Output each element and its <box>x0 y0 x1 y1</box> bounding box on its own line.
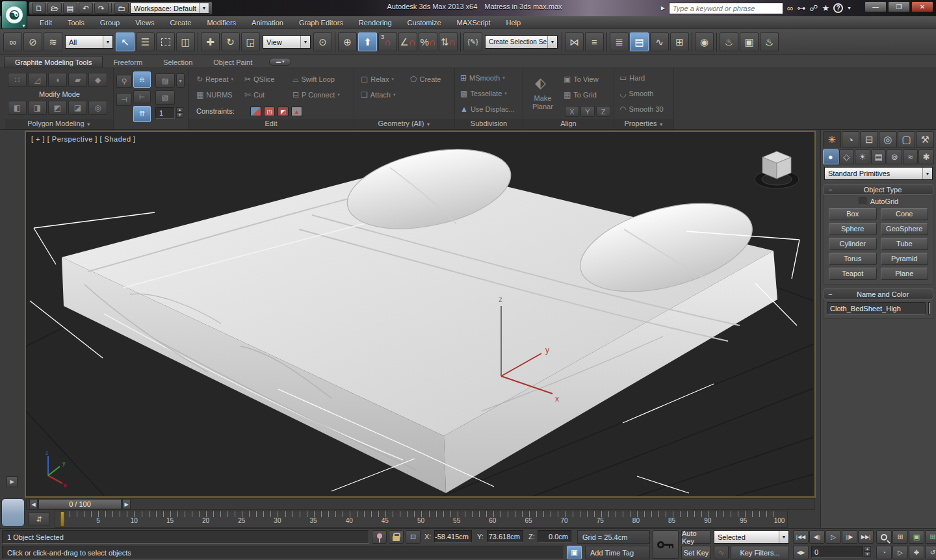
object-name-field[interactable] <box>827 302 926 314</box>
smooth-edges-button[interactable]: ◡Smooth <box>619 89 653 98</box>
viewport-canvas[interactable]: z y x <box>26 132 814 496</box>
polygon-subobject-icon[interactable]: ▰ <box>68 73 87 87</box>
frame-spinner[interactable]: ▲▼ <box>864 546 871 557</box>
pyramid-button[interactable]: Pyramid <box>881 253 929 265</box>
torus-button[interactable]: Torus <box>829 253 877 265</box>
previous-frame-button[interactable]: ◀|| <box>809 530 825 544</box>
constraint-edge-icon[interactable]: ◳ <box>264 107 275 116</box>
category-cameras-icon[interactable]: ▤ <box>871 149 887 164</box>
edit-footer[interactable]: Edit <box>188 119 354 129</box>
nurms-button[interactable]: ▦NURMS <box>196 90 233 99</box>
use-displacement-button[interactable]: ▲Use Displac... <box>460 105 515 114</box>
render-setup-button[interactable]: ♨ <box>720 32 738 51</box>
key-mode-dropdown[interactable]: Selected ▼ <box>714 530 789 544</box>
geometry-all-footer[interactable]: Geometry (All) ▼ <box>354 119 454 129</box>
spinner-down-icon[interactable]: ▼ <box>864 552 871 557</box>
menu-views[interactable]: Views <box>128 18 161 28</box>
category-space-warps-icon[interactable]: ≈ <box>903 149 918 164</box>
menu-group[interactable]: Group <box>93 18 127 28</box>
tab-create-icon[interactable]: ✳ <box>823 131 841 148</box>
spinner-down-icon[interactable]: ▼ <box>176 112 183 118</box>
iterations-spinner[interactable]: ▲▼ <box>176 107 183 118</box>
select-and-move-button[interactable]: ✚ <box>201 32 220 51</box>
tab-hierarchy-icon[interactable]: ⊟ <box>860 131 878 148</box>
constraint-normal-icon[interactable]: ▲ <box>291 107 302 116</box>
undo-button[interactable]: ↶ <box>79 3 93 14</box>
layer-manager-button[interactable]: ≣ <box>610 32 629 51</box>
default-in-out-tangents-icon[interactable]: ∿ <box>714 546 729 559</box>
zoom-extents-icon[interactable]: ▣ <box>909 530 924 544</box>
zoom-icon[interactable] <box>876 530 892 544</box>
time-configuration-icon[interactable]: ◔ <box>876 546 892 559</box>
lock-stack-icon[interactable]: ⊣ <box>116 93 132 106</box>
current-frame-field[interactable]: 0 <box>811 546 863 558</box>
iterations-field[interactable]: 1 <box>155 107 175 119</box>
communication-center-icon[interactable]: ☍ <box>809 3 818 13</box>
align-to-grid-button[interactable]: ▦To Grid <box>564 90 597 99</box>
select-and-link-icon[interactable]: ∞ <box>3 32 22 51</box>
material-editor-button[interactable]: ◉ <box>695 32 714 51</box>
zoom-extents-all-icon[interactable]: ⊞ <box>925 530 936 544</box>
properties-footer[interactable]: Properties ▼ <box>614 119 673 129</box>
smooth-30-button[interactable]: ◠Smooth 30 <box>619 105 664 114</box>
geosphere-button[interactable]: GeoSphere <box>881 223 929 235</box>
absolute-mode-transform-icon[interactable]: ⊡ <box>406 530 421 544</box>
redo-button[interactable]: ↷ <box>94 3 109 14</box>
attach-button[interactable]: ❏Attach▾ <box>361 90 395 99</box>
subdivision-footer[interactable]: Subdivision <box>455 119 523 129</box>
category-helpers-icon[interactable]: ⊚ <box>887 149 902 164</box>
use-pivot-point-center-button[interactable]: ⊙ <box>313 32 332 51</box>
auto-key-button[interactable]: Auto Key <box>681 530 711 544</box>
edge-subobject-icon[interactable]: ◿ <box>28 73 47 87</box>
align-to-view-button[interactable]: ▣To View <box>564 75 599 84</box>
tab-selection[interactable]: Selection <box>153 57 203 68</box>
go-to-end-button[interactable]: ▶▶| <box>858 530 874 544</box>
tab-object-paint[interactable]: Object Paint <box>203 57 263 68</box>
sphere-button[interactable]: Sphere <box>829 223 877 235</box>
selected-only-toggle-icon[interactable]: ▣ <box>567 546 582 559</box>
menu-modifiers[interactable]: Modifiers <box>200 18 243 28</box>
rectangular-selection-region-button[interactable] <box>156 32 175 51</box>
select-and-scale-button[interactable]: ◲ <box>241 32 260 51</box>
playhead[interactable] <box>60 511 65 527</box>
select-and-manipulate-button[interactable]: ⊕ <box>338 32 357 51</box>
next-frame-button[interactable]: ||▶ <box>842 530 857 544</box>
save-file-button[interactable]: ▤ <box>63 3 77 14</box>
open-file-button[interactable]: 🗁 <box>47 3 62 14</box>
teapot-button[interactable]: Teapot <box>829 268 877 280</box>
rendered-frame-window-button[interactable]: ▣ <box>740 32 759 51</box>
category-geometry-icon[interactable]: ● <box>823 149 838 164</box>
workspace-dropdown[interactable]: Workspace: Default ▼ <box>130 3 209 14</box>
select-object-button[interactable]: ↖ <box>116 32 135 51</box>
perspective-viewport[interactable]: [ + ] [ Perspective ] [ Shaded ] <box>25 131 816 498</box>
make-planar-button[interactable]: Make Planar <box>528 94 557 111</box>
tab-freeform[interactable]: Freeform <box>103 57 153 68</box>
search-icon[interactable]: ∞ <box>787 3 793 13</box>
snaps-toggle-button[interactable]: ⬆ <box>358 32 377 51</box>
search-flyout-icon[interactable]: ▶ <box>661 5 665 11</box>
angle-snap-toggle[interactable]: ∠∩ <box>398 32 417 51</box>
close-button[interactable]: ✕ <box>911 1 933 12</box>
isoline-display-icon[interactable]: ▧ <box>155 90 175 105</box>
favorites-star-icon[interactable]: ★ <box>822 3 829 13</box>
mirror-button[interactable]: ⋈ <box>565 32 584 51</box>
tube-button[interactable]: Tube <box>881 238 929 250</box>
reference-coordinate-dropdown[interactable]: View ▼ <box>263 35 311 49</box>
timeline-corner-button[interactable] <box>1 498 25 527</box>
tab-utilities-icon[interactable]: ⚒ <box>916 131 934 148</box>
box-button[interactable]: Box <box>829 208 877 220</box>
menu-help[interactable]: Help <box>499 18 528 28</box>
preview-subdiv-icon[interactable]: ▨ <box>155 73 175 88</box>
pin-stack-toggle-icon[interactable]: ⚲ <box>116 75 132 88</box>
menu-tools[interactable]: Tools <box>60 18 92 28</box>
toggle-command-panel-icon[interactable]: ⇈ <box>133 106 151 122</box>
selection-filter-dropdown[interactable]: All ▼ <box>65 35 113 49</box>
p-connect-button[interactable]: ⊟P Connect▾ <box>292 90 340 99</box>
y-coord-field[interactable]: 73.618cm <box>487 530 523 542</box>
menu-animation[interactable]: Animation <box>244 18 291 28</box>
msmooth-button[interactable]: ⊞MSmooth▾ <box>460 73 505 83</box>
constraint-face-icon[interactable]: ◩ <box>278 107 289 116</box>
relax-button[interactable]: ▢Relax▾ <box>361 75 394 84</box>
ribbon-minimize-button[interactable]: ▬ ▾ <box>269 58 291 66</box>
cylinder-button[interactable]: Cylinder <box>829 238 877 250</box>
